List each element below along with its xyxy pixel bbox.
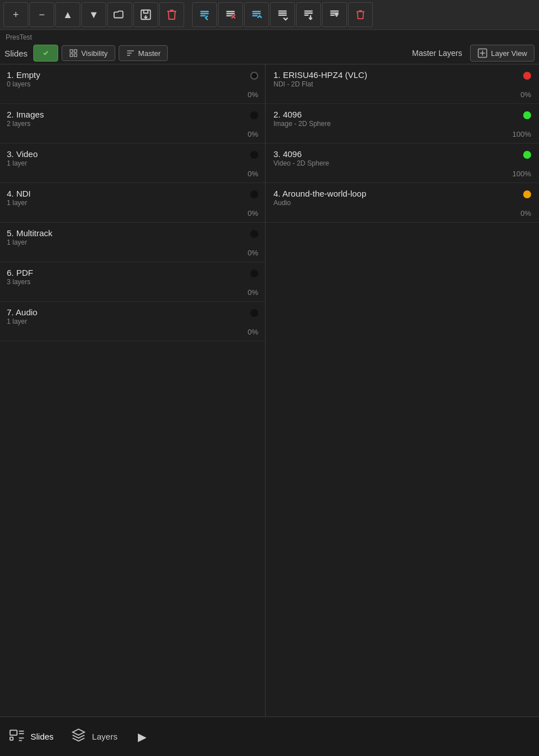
master-layer-percent: 100%	[273, 170, 531, 178]
slides-bottom-icon	[9, 727, 25, 746]
master-status-dot	[523, 111, 531, 119]
svg-rect-10	[10, 737, 13, 740]
slide-percent: 0%	[7, 130, 258, 138]
layer-view-button[interactable]: Layer View	[470, 45, 534, 62]
master-layer-name: 1. ERISU46-HPZ4 (VLC)	[273, 70, 523, 80]
slide-layers: 1 layer	[7, 318, 250, 325]
slide-item[interactable]: 6. PDF 3 layers 0%	[0, 262, 265, 302]
slide-item[interactable]: 3. Video 1 layer 0%	[0, 144, 265, 183]
slide-item[interactable]: 4. NDI 1 layer 0%	[0, 183, 265, 223]
slide-percent: 0%	[7, 249, 258, 257]
slide-item[interactable]: 5. Multitrack 1 layer 0%	[0, 223, 265, 262]
slide-item[interactable]: 7. Audio 1 layer 0%	[0, 302, 265, 341]
master-layer-percent: 100%	[273, 130, 531, 138]
slide-percent: 0%	[7, 170, 258, 178]
open-folder-button[interactable]	[107, 2, 132, 27]
slide-percent: 0%	[7, 288, 258, 297]
layer-action-4-button[interactable]	[270, 2, 295, 27]
slide-layers: 1 layer	[7, 159, 250, 167]
svg-rect-9	[10, 730, 17, 735]
visibility-tab-label: Visibility	[81, 49, 108, 58]
svg-rect-5	[74, 50, 77, 53]
slide-layers: 1 layer	[7, 199, 250, 207]
project-title: PresTest	[0, 30, 539, 42]
master-layer-name: 3. 4096	[273, 149, 523, 159]
master-layers-label: Master Layers	[412, 49, 462, 58]
slide-item[interactable]: 2. Images 2 layers 0%	[0, 104, 265, 144]
slide-name: 2. Images	[7, 110, 250, 119]
slides-panel: 1. Empty 0 layers 0% 2. Images 2 layers …	[0, 64, 266, 716]
slide-percent: 0%	[7, 90, 258, 99]
slide-name: 3. Video	[7, 149, 250, 159]
move-down-button[interactable]: ▼	[81, 2, 106, 27]
bottom-layers-item[interactable]: Layers	[71, 727, 118, 746]
slide-layers: 1 layer	[7, 238, 250, 246]
master-layer-sub: Video - 2D Sphere	[273, 159, 523, 167]
master-layer-item[interactable]: 1. ERISU46-HPZ4 (VLC) NDI - 2D Flat 0%	[266, 64, 539, 104]
slide-name: 5. Multitrack	[7, 228, 250, 238]
master-layer-item[interactable]: 3. 4096 Video - 2D Sphere 100%	[266, 144, 539, 183]
slide-percent: 0%	[7, 209, 258, 218]
delete-button[interactable]	[159, 2, 184, 27]
slide-layers: 2 layers	[7, 120, 250, 128]
toolbar: + − ▲ ▼	[0, 0, 539, 30]
tab-master[interactable]: Master	[119, 45, 168, 61]
project-title-text: PresTest	[6, 33, 32, 41]
slide-name: 6. PDF	[7, 268, 250, 277]
svg-rect-4	[70, 50, 73, 53]
panels-row: 1. Empty 0 layers 0% 2. Images 2 layers …	[0, 64, 539, 716]
slide-status-dot	[250, 111, 258, 119]
slide-name: 1. Empty	[7, 70, 250, 80]
slide-status-dot	[250, 190, 258, 198]
master-layers-panel: 1. ERISU46-HPZ4 (VLC) NDI - 2D Flat 0% 2…	[266, 64, 539, 716]
tabs-row: Slides Visibility Master Master Layers	[0, 42, 539, 64]
slide-layers: 3 layers	[7, 278, 250, 286]
master-tab-label: Master	[138, 49, 161, 58]
master-layer-percent: 0%	[273, 90, 531, 99]
master-layer-sub: Audio	[273, 199, 523, 207]
layer-action-5-button[interactable]	[296, 2, 321, 27]
slide-status-dot	[250, 270, 258, 277]
bottom-slides-label: Slides	[31, 732, 54, 741]
master-layer-item[interactable]: 4. Around-the-world-loop Audio 0%	[266, 183, 539, 223]
slide-layers: 0 layers	[7, 80, 250, 88]
layer-action-1-button[interactable]	[192, 2, 217, 27]
slide-status-dot	[250, 72, 258, 80]
move-up-button[interactable]: ▲	[55, 2, 80, 27]
layer-delete-button[interactable]	[348, 2, 373, 27]
master-layer-sub: NDI - 2D Flat	[273, 80, 523, 88]
master-layer-percent: 0%	[273, 209, 531, 218]
play-button[interactable]: ▶	[134, 729, 150, 745]
slide-name: 4. NDI	[7, 189, 250, 198]
master-status-dot	[523, 72, 531, 80]
save-button[interactable]	[133, 2, 158, 27]
slide-percent: 0%	[7, 328, 258, 336]
main-content: PresTest Slides Visibility Master Master…	[0, 30, 539, 716]
layer-view-label: Layer View	[491, 49, 527, 58]
slide-status-dot	[250, 151, 258, 159]
slides-label: Slides	[5, 49, 28, 58]
play-icon: ▶	[134, 729, 150, 745]
slide-status-dot	[250, 309, 258, 317]
remove-button[interactable]: −	[29, 2, 54, 27]
bottom-layers-label: Layers	[92, 732, 118, 741]
slide-item[interactable]: 1. Empty 0 layers 0%	[0, 64, 265, 104]
master-layer-name: 4. Around-the-world-loop	[273, 189, 523, 198]
add-button[interactable]: +	[3, 2, 28, 27]
bottom-slides-item[interactable]: Slides	[9, 727, 54, 746]
master-status-dot	[523, 151, 531, 159]
layers-bottom-icon	[71, 727, 86, 746]
svg-rect-6	[70, 54, 73, 57]
master-layer-sub: Image - 2D Sphere	[273, 120, 523, 128]
slide-name: 7. Audio	[7, 307, 250, 317]
svg-rect-7	[74, 54, 77, 57]
layer-action-3-button[interactable]	[244, 2, 269, 27]
tab-visibility[interactable]: Visibility	[62, 45, 115, 61]
master-layer-name: 2. 4096	[273, 110, 523, 119]
layer-action-2-button[interactable]	[218, 2, 243, 27]
layer-action-6-button[interactable]	[322, 2, 347, 27]
slide-status-dot	[250, 230, 258, 238]
tab-slides-icon[interactable]	[33, 45, 58, 62]
master-status-dot	[523, 190, 531, 198]
master-layer-item[interactable]: 2. 4096 Image - 2D Sphere 100%	[266, 104, 539, 144]
